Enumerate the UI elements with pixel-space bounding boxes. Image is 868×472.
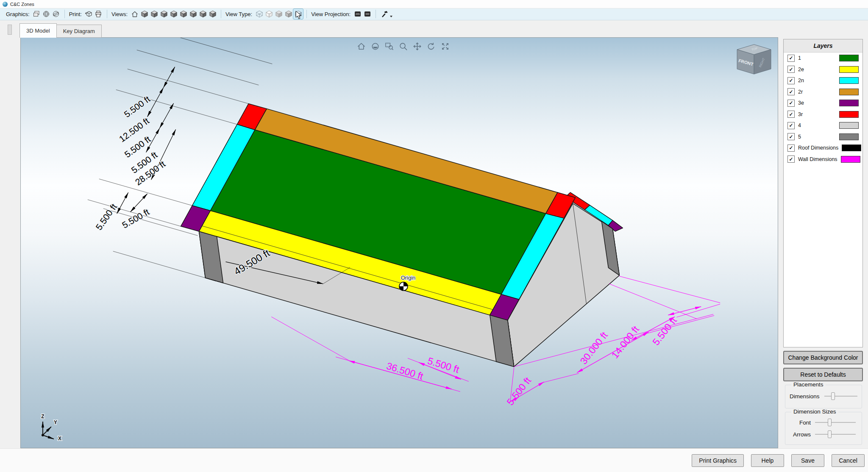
model-viewport[interactable]: 5.500 ft12.500 ft5.500 ft5.500 ft28.500 … — [20, 37, 778, 448]
slider-thumb[interactable] — [828, 419, 832, 426]
change-background-color-button[interactable]: Change Background Color — [783, 351, 863, 364]
layer-color-swatch[interactable] — [839, 111, 859, 118]
layer-label: 2e — [798, 67, 836, 72]
iso-view-8-icon[interactable] — [208, 9, 217, 19]
layer-checkbox[interactable]: ✓ — [787, 100, 795, 107]
slider-thumb[interactable] — [831, 392, 835, 400]
zoom-icon[interactable] — [398, 41, 409, 52]
wireframe-cube-icon[interactable] — [254, 9, 264, 19]
layer-color-swatch[interactable] — [839, 89, 859, 95]
layer-color-swatch[interactable] — [839, 122, 859, 129]
toolbar-group-label: View Projection: — [311, 11, 351, 17]
shaded-edges-cube-icon[interactable] — [284, 9, 293, 19]
orbit-icon[interactable] — [370, 41, 381, 52]
dimension-line — [647, 316, 714, 333]
iso-view-6-icon[interactable] — [188, 9, 198, 19]
view-tabs: 3D Model Key Diagram — [19, 23, 101, 38]
layer-label: 3r — [798, 111, 836, 117]
slider-track[interactable] — [815, 422, 856, 423]
slider-track[interactable] — [815, 434, 856, 435]
tools-icon[interactable] — [379, 9, 389, 19]
layer-color-swatch[interactable] — [839, 66, 859, 73]
layer-checkbox[interactable]: ✓ — [787, 144, 795, 152]
fit-icon[interactable] — [440, 41, 451, 52]
dimension-line — [676, 304, 720, 317]
layer-checkbox[interactable]: ✓ — [787, 77, 795, 84]
reset-to-defaults-button[interactable]: Reset to Defaults — [783, 368, 863, 381]
dimension-line — [113, 251, 206, 278]
placements-group: Placements Dimensions — [785, 385, 862, 408]
toolbar-group-label: Views: — [111, 11, 128, 17]
slider-thumb[interactable] — [828, 430, 832, 438]
layer-color-swatch[interactable] — [842, 144, 861, 151]
export-model-icon[interactable] — [84, 9, 94, 19]
font-slider[interactable] — [815, 419, 856, 426]
layer-color-swatch[interactable] — [841, 156, 860, 163]
hidden-line-cube-icon[interactable] — [264, 9, 274, 19]
tab-3d-model[interactable]: 3D Model — [19, 23, 57, 38]
toolbar-separator — [306, 10, 307, 18]
help-button[interactable]: Help — [751, 454, 784, 467]
iso-view-4-icon[interactable] — [169, 9, 178, 19]
layer-checkbox[interactable]: ✓ — [787, 88, 795, 95]
dimension-sizes-group-title: Dimension Sizes — [791, 408, 838, 415]
home-icon[interactable] — [356, 41, 367, 52]
iso-view-2-icon[interactable] — [149, 9, 159, 19]
layer-color-swatch[interactable] — [839, 133, 859, 140]
view-cube[interactable]: TOP FRONT RIGHT — [737, 44, 771, 74]
layer-label: 2n — [798, 78, 836, 83]
layer-color-swatch[interactable] — [839, 55, 859, 61]
layers-panel: Layers ✓1✓2e✓2n✓2r✓3e✓3r✓4✓5✓Roof Dimens… — [783, 39, 863, 347]
title-bar: C&C Zones — [0, 0, 868, 8]
layer-row: ✓Roof Dimensions — [784, 142, 862, 154]
rotate-icon[interactable] — [426, 41, 437, 52]
home-view-icon[interactable] — [130, 9, 139, 19]
printer-icon[interactable] — [94, 9, 103, 19]
mouse-cursor — [295, 11, 304, 20]
save-button[interactable]: Save — [791, 454, 824, 467]
wireframe-sphere-icon[interactable] — [42, 9, 51, 19]
window-title: C&C Zones — [10, 2, 34, 7]
iso-view-1-icon[interactable] — [139, 9, 149, 19]
layer-checkbox[interactable]: ✓ — [787, 122, 795, 129]
overlapping-windows-icon[interactable] — [32, 9, 42, 19]
layer-checkbox[interactable]: ✓ — [787, 66, 795, 73]
tab-key-diagram[interactable]: Key Diagram — [56, 25, 102, 38]
layer-checkbox[interactable]: ✓ — [787, 155, 795, 163]
dimension-line — [619, 276, 720, 303]
pan-icon[interactable] — [412, 41, 423, 52]
layer-checkbox[interactable]: ✓ — [787, 55, 795, 62]
wireframe-sphere-axes-icon[interactable] — [51, 9, 61, 19]
placements-group-title: Placements — [791, 381, 826, 388]
dimension-line — [544, 373, 579, 382]
dimension-line — [137, 50, 259, 85]
perspective-projection-icon[interactable] — [353, 9, 362, 19]
dimensions-slider[interactable] — [824, 392, 857, 400]
layer-checkbox[interactable]: ✓ — [787, 133, 795, 140]
iso-view-7-icon[interactable] — [198, 9, 208, 19]
main-toolbar: Graphics:Print:Views:View Type:View Proj… — [0, 8, 868, 20]
dimension-label: 5.500 ft — [650, 315, 679, 347]
cancel-button[interactable]: Cancel — [832, 454, 865, 467]
dimension-label: 36.500 ft — [385, 360, 425, 382]
layer-row: ✓5 — [784, 131, 862, 143]
iso-view-5-icon[interactable] — [178, 9, 188, 19]
shaded-cube-icon[interactable] — [274, 9, 284, 19]
zoom-window-icon[interactable] — [384, 41, 395, 52]
iso-view-3-icon[interactable] — [159, 9, 169, 19]
slider-track[interactable] — [824, 396, 857, 397]
print-graphics-button[interactable]: Print Graphics — [692, 454, 744, 467]
arrows-slider[interactable] — [815, 430, 856, 438]
orthographic-projection-icon[interactable] — [362, 9, 372, 19]
dropdown-caret-icon[interactable] — [390, 16, 392, 17]
layer-color-swatch[interactable] — [839, 100, 859, 106]
layer-color-swatch[interactable] — [839, 77, 859, 84]
app-icon — [3, 2, 8, 7]
panel-grip[interactable] — [8, 25, 12, 35]
toolbar-separator — [221, 10, 221, 18]
dimension-line — [160, 103, 174, 128]
viewport-canvas[interactable]: 5.500 ft12.500 ft5.500 ft5.500 ft28.500 … — [21, 38, 778, 448]
layer-checkbox[interactable]: ✓ — [787, 111, 795, 118]
dimension-sizes-group: Dimension Sizes FontArrows — [785, 412, 862, 445]
layer-label: 2r — [798, 89, 836, 95]
